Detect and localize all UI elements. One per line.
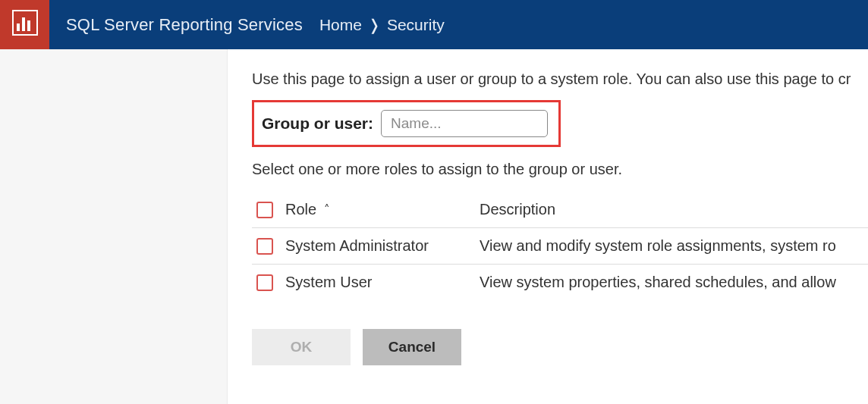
chevron-right-icon: ❭	[368, 16, 381, 34]
role-checkbox[interactable]	[256, 238, 273, 255]
app-header: SQL Server Reporting Services Home ❭ Sec…	[0, 0, 868, 49]
group-or-user-input[interactable]	[381, 110, 548, 137]
description-column-header: Description	[480, 201, 868, 218]
svg-rect-2	[22, 17, 25, 31]
roles-table-header: Role ˄ Description	[252, 192, 868, 227]
group-or-user-label: Group or user:	[262, 114, 373, 133]
intro-text: Use this page to assign a user or group …	[252, 70, 868, 88]
breadcrumb-current: Security	[387, 16, 445, 34]
sidebar	[0, 49, 228, 404]
ok-button[interactable]: OK	[252, 329, 351, 365]
role-header-label: Role	[285, 201, 316, 218]
roles-table: Role ˄ Description System Administrator …	[252, 192, 868, 300]
role-checkbox[interactable]	[256, 274, 273, 291]
group-or-user-highlight: Group or user:	[252, 100, 561, 147]
breadcrumb-home-link[interactable]: Home	[319, 16, 362, 34]
role-name: System User	[285, 274, 480, 291]
svg-rect-3	[27, 20, 30, 31]
select-roles-hint: Select one or more roles to assign to th…	[252, 161, 868, 178]
svg-rect-1	[17, 23, 20, 31]
action-buttons: OK Cancel	[252, 329, 868, 365]
role-description: View and modify system role assignments,…	[480, 237, 868, 255]
role-name: System Administrator	[285, 237, 480, 255]
select-all-checkbox[interactable]	[256, 202, 273, 218]
bar-chart-icon	[12, 10, 38, 39]
table-row: System Administrator View and modify sys…	[252, 227, 868, 264]
main-content: Use this page to assign a user or group …	[228, 49, 868, 404]
body-wrap: Use this page to assign a user or group …	[0, 49, 868, 404]
app-title: SQL Server Reporting Services	[66, 15, 303, 35]
app-logo[interactable]	[0, 0, 49, 49]
sort-ascending-icon: ˄	[324, 202, 330, 215]
breadcrumb: Home ❭ Security	[319, 16, 445, 34]
role-column-header[interactable]: Role ˄	[285, 201, 480, 218]
table-row: System User View system properties, shar…	[252, 264, 868, 300]
role-description: View system properties, shared schedules…	[480, 274, 868, 291]
cancel-button[interactable]: Cancel	[363, 329, 461, 365]
